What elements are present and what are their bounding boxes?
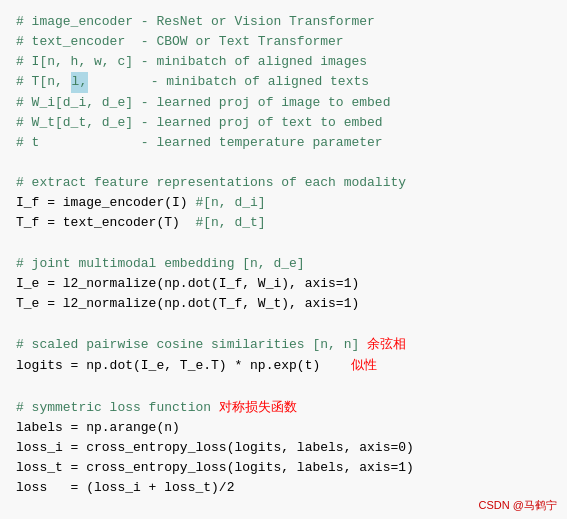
- line-2: # text_encoder - CBOW or Text Transforme…: [16, 32, 551, 52]
- code-18: logits = np.dot(I_e, T_e.T) * np.exp(t): [16, 356, 351, 376]
- comment-5: # W_i[d_i, d_e] - learned proj of image …: [16, 93, 390, 113]
- comment-4-before: # T[n,: [16, 72, 71, 92]
- code-11: T_f = text_encoder(T): [16, 213, 195, 233]
- annotation-cosine-1: 余弦相: [367, 334, 406, 354]
- line-11: T_f = text_encoder(T) #[n, d_t]: [16, 213, 551, 233]
- comment-20: # symmetric loss function: [16, 398, 219, 418]
- line-6: # W_t[d_t, d_e] - learned proj of text t…: [16, 113, 551, 133]
- line-7: # t - learned temperature parameter: [16, 133, 551, 153]
- line-15: T_e = l2_normalize(np.dot(T_f, W_t), axi…: [16, 294, 551, 314]
- code-22: loss_i = cross_entropy_loss(logits, labe…: [16, 438, 414, 458]
- line-13: # joint multimodal embedding [n, d_e]: [16, 254, 551, 274]
- line-5: # W_i[d_i, d_e] - learned proj of image …: [16, 93, 551, 113]
- comment-13: # joint multimodal embedding [n, d_e]: [16, 254, 305, 274]
- annotation-loss: 对称损失函数: [219, 397, 297, 417]
- empty-line-1: [16, 153, 551, 173]
- line-21: labels = np.arange(n): [16, 418, 551, 438]
- highlight-box: l,: [71, 72, 89, 92]
- line-23: loss_t = cross_entropy_loss(logits, labe…: [16, 458, 551, 478]
- code-14: I_e = l2_normalize(np.dot(I_f, W_i), axi…: [16, 274, 359, 294]
- line-3: # I[n, h, w, c] - minibatch of aligned i…: [16, 52, 551, 72]
- line-24: loss = (loss_i + loss_t)/2: [16, 478, 551, 498]
- code-21: labels = np.arange(n): [16, 418, 180, 438]
- annotation-cosine-2: 似性: [351, 355, 377, 375]
- code-block: # image_encoder - ResNet or Vision Trans…: [16, 12, 551, 498]
- code-23: loss_t = cross_entropy_loss(logits, labe…: [16, 458, 414, 478]
- comment-6: # W_t[d_t, d_e] - learned proj of text t…: [16, 113, 383, 133]
- footer-text: CSDN @马鹤宁: [479, 499, 557, 511]
- comment-1: # image_encoder - ResNet or Vision Trans…: [16, 12, 375, 32]
- code-10: I_f = image_encoder(I): [16, 193, 195, 213]
- line-1: # image_encoder - ResNet or Vision Trans…: [16, 12, 551, 32]
- comment-2: # text_encoder - CBOW or Text Transforme…: [16, 32, 344, 52]
- code-11-comment: #[n, d_t]: [195, 213, 265, 233]
- empty-line-3: [16, 314, 551, 334]
- comment-7: # t - learned temperature parameter: [16, 133, 383, 153]
- empty-line-2: [16, 234, 551, 254]
- line-22: loss_i = cross_entropy_loss(logits, labe…: [16, 438, 551, 458]
- line-10: I_f = image_encoder(I) #[n, d_i]: [16, 193, 551, 213]
- empty-line-4: [16, 377, 551, 397]
- code-15: T_e = l2_normalize(np.dot(T_f, W_t), axi…: [16, 294, 359, 314]
- line-9: # extract feature representations of eac…: [16, 173, 551, 193]
- footer: CSDN @马鹤宁: [479, 498, 557, 513]
- comment-17: # scaled pairwise cosine similarities [n…: [16, 335, 367, 355]
- line-14: I_e = l2_normalize(np.dot(I_f, W_i), axi…: [16, 274, 551, 294]
- code-container: # image_encoder - ResNet or Vision Trans…: [0, 0, 567, 519]
- comment-9: # extract feature representations of eac…: [16, 173, 406, 193]
- code-24: loss = (loss_i + loss_t)/2: [16, 478, 234, 498]
- line-18: logits = np.dot(I_e, T_e.T) * np.exp(t) …: [16, 355, 551, 376]
- line-17: # scaled pairwise cosine similarities [n…: [16, 334, 551, 355]
- line-20: # symmetric loss function 对称损失函数: [16, 397, 551, 418]
- line-4: # T[n, l, - minibatch of aligned texts: [16, 72, 551, 92]
- comment-3: # I[n, h, w, c] - minibatch of aligned i…: [16, 52, 367, 72]
- code-10-comment: #[n, d_i]: [195, 193, 265, 213]
- comment-4-after: - minibatch of aligned texts: [88, 72, 369, 92]
